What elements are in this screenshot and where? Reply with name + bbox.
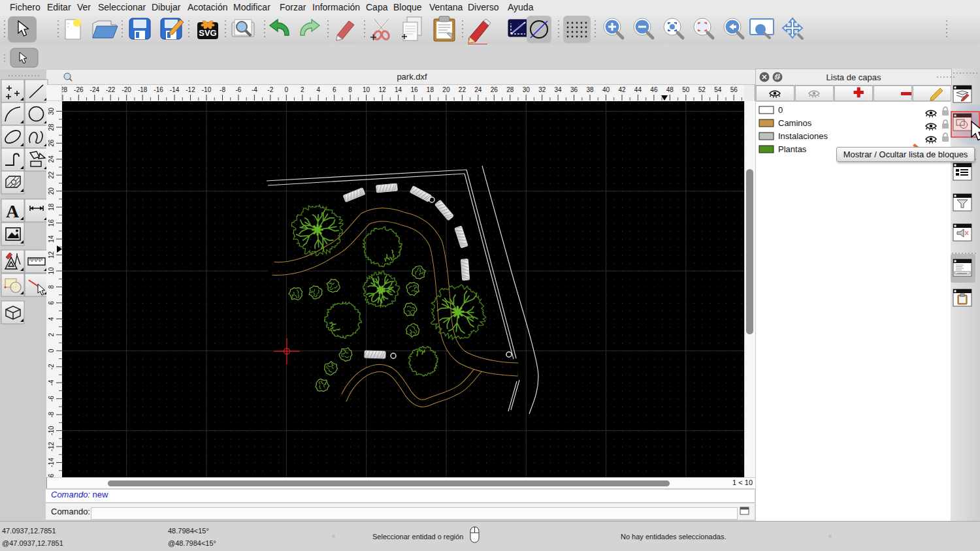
- svg-text:2: 2: [48, 333, 55, 337]
- svg-text:-16: -16: [154, 86, 163, 93]
- svg-text:14: 14: [48, 235, 55, 243]
- svg-text:4: 4: [316, 86, 320, 93]
- svg-text:42: 42: [618, 86, 626, 93]
- svg-text:Caminos: Caminos: [778, 118, 812, 128]
- svg-text:18: 18: [48, 203, 55, 211]
- svg-text:-2: -2: [267, 86, 273, 93]
- svg-text:-4: -4: [48, 379, 55, 385]
- svg-text:16: 16: [410, 86, 418, 93]
- svg-text:24: 24: [48, 155, 55, 163]
- svg-text:2: 2: [301, 86, 304, 93]
- svg-text:18: 18: [427, 86, 434, 93]
- svg-text:44: 44: [634, 86, 642, 93]
- svg-text:-28: -28: [62, 86, 68, 93]
- svg-text:Plantas: Plantas: [778, 144, 807, 154]
- svg-text:command: command: [956, 272, 966, 275]
- svg-text:22: 22: [459, 86, 466, 93]
- svg-text:22: 22: [48, 171, 55, 179]
- svg-text:6: 6: [48, 301, 55, 305]
- svg-text:30: 30: [523, 86, 531, 93]
- svg-text:40: 40: [602, 86, 610, 93]
- svg-text:16: 16: [48, 219, 55, 227]
- svg-text:-10: -10: [48, 426, 55, 435]
- svg-text:A: A: [6, 201, 20, 221]
- svg-text:-24: -24: [90, 86, 100, 93]
- svg-text:-6: -6: [48, 396, 55, 401]
- svg-text:36: 36: [570, 86, 578, 93]
- svg-text:32: 32: [538, 86, 546, 93]
- svg-text:28: 28: [506, 86, 514, 93]
- svg-text:-12: -12: [48, 441, 55, 451]
- svg-text:20: 20: [442, 86, 450, 93]
- svg-text:0: 0: [48, 349, 55, 353]
- svg-text:26: 26: [48, 139, 55, 147]
- svg-text:8: 8: [48, 285, 55, 289]
- svg-text:50: 50: [682, 86, 690, 93]
- svg-text:26: 26: [491, 86, 498, 93]
- svg-text:-6: -6: [235, 86, 241, 93]
- svg-text:4: 4: [48, 317, 55, 321]
- svg-text:10: 10: [48, 267, 55, 275]
- svg-text:-8: -8: [220, 86, 225, 93]
- svg-text:28: 28: [48, 123, 55, 131]
- svg-text:-12: -12: [186, 86, 195, 93]
- svg-text:-4: -4: [252, 86, 257, 93]
- svg-text:34: 34: [555, 86, 563, 93]
- svg-text:20: 20: [48, 187, 55, 195]
- svg-text:48: 48: [666, 86, 674, 93]
- svg-text:-14: -14: [170, 86, 180, 93]
- svg-text:Instalaciones: Instalaciones: [778, 131, 828, 141]
- svg-text:0: 0: [778, 105, 783, 115]
- svg-text:-18: -18: [138, 86, 148, 93]
- svg-text:56: 56: [730, 86, 738, 93]
- svg-text:52: 52: [698, 86, 706, 93]
- svg-text:12: 12: [48, 251, 55, 259]
- svg-text:-20: -20: [122, 86, 131, 93]
- svg-text:-10: -10: [202, 86, 212, 93]
- svg-text:10: 10: [363, 86, 370, 93]
- svg-text:-22: -22: [106, 86, 116, 93]
- svg-text:46: 46: [650, 86, 658, 93]
- svg-text:-26: -26: [74, 86, 84, 93]
- svg-text:-2: -2: [48, 364, 55, 370]
- svg-text:0: 0: [285, 86, 289, 93]
- svg-text:24: 24: [474, 86, 482, 93]
- svg-text:12: 12: [379, 86, 387, 93]
- svg-text:SVG: SVG: [199, 28, 216, 38]
- svg-text:8: 8: [348, 86, 352, 93]
- svg-text:-8: -8: [48, 411, 55, 417]
- svg-text:38: 38: [586, 86, 594, 93]
- svg-text:54: 54: [714, 86, 722, 93]
- svg-text:30: 30: [48, 107, 55, 115]
- svg-text:14: 14: [395, 86, 402, 93]
- svg-text:-14: -14: [48, 458, 55, 467]
- svg-text:6: 6: [333, 86, 336, 93]
